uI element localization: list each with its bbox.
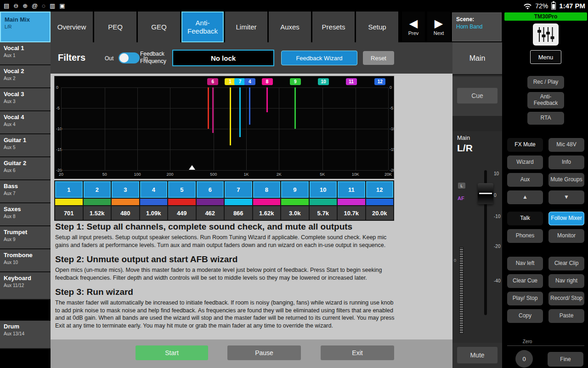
band-button-12[interactable]: 12: [366, 181, 394, 198]
paste-button[interactable]: Paste: [548, 309, 584, 323]
y-axis-label: -5: [390, 106, 393, 110]
tab-peq[interactable]: PEQ: [94, 12, 136, 42]
scene-box[interactable]: Scene: Horn Band: [452, 12, 502, 41]
band-flag-8[interactable]: 8: [262, 78, 273, 85]
band-button-7[interactable]: 7: [225, 181, 252, 198]
grid-line: [356, 87, 356, 170]
band-flag-11[interactable]: 11: [346, 78, 357, 85]
x-axis-label: 200: [164, 172, 175, 177]
channel-sub: Aux 4: [4, 122, 47, 127]
sidebar-item-vocal-2[interactable]: Vocal 2Aux 2: [0, 65, 51, 88]
sidebar-item-bass[interactable]: BassAux 7: [0, 180, 51, 203]
fader-knob[interactable]: [478, 183, 493, 204]
monitor-button[interactable]: Monitor: [548, 229, 584, 243]
step-1-title: Step 1: Setup all channels, complete sou…: [55, 222, 400, 232]
band-color-swatch-3: [112, 199, 139, 205]
down-arrow-button[interactable]: ▼: [548, 190, 584, 204]
band-button-4[interactable]: 4: [140, 181, 168, 198]
band-flag-12[interactable]: 12: [374, 78, 385, 85]
band-button-6[interactable]: 6: [197, 181, 224, 198]
channel-sub: Aux 13/14: [4, 331, 47, 336]
tab-overview[interactable]: Overview: [51, 12, 93, 42]
x-axis-label: 10K: [350, 172, 361, 177]
start-button[interactable]: Start: [136, 345, 208, 360]
clear-cue-button[interactable]: Clear Cue: [507, 274, 543, 288]
sidebar-item-keyboard[interactable]: KeyboardAux 11/12: [0, 272, 51, 300]
sidebar-item-vocal-3[interactable]: Vocal 3Aux 3: [0, 88, 51, 111]
sidebar-item-drum[interactable]: DrumAux 13/14: [0, 321, 51, 349]
band-button-1[interactable]: 1: [55, 181, 83, 198]
strip-name: Main: [457, 134, 470, 141]
follow-mixer-button[interactable]: Follow Mixer: [548, 212, 584, 225]
channel-name: Vocal 3: [4, 91, 47, 98]
grid-line: [61, 150, 388, 150]
feedback-wizard-button[interactable]: Feedback Wizard: [281, 51, 357, 65]
fx-mute-button[interactable]: FX Mute: [507, 138, 543, 152]
channel-name: Trumpet: [4, 229, 47, 236]
channel-sub: Aux 7: [4, 191, 47, 196]
tab-presets[interactable]: Presets: [312, 12, 355, 42]
band-flag-10[interactable]: 10: [318, 78, 329, 85]
grid-line: [214, 87, 214, 170]
tab-geq[interactable]: GEQ: [138, 12, 180, 42]
tab-limiter[interactable]: Limiter: [225, 12, 267, 42]
strip-divider: [452, 116, 502, 131]
record-stop-button[interactable]: Record/ Stop: [548, 292, 584, 305]
filters-in-out-toggle[interactable]: [119, 52, 140, 63]
rta-button[interactable]: RTA: [527, 112, 564, 125]
sidebar-item-vocal-4[interactable]: Vocal 4Aux 4: [0, 111, 51, 134]
feedback-frequency-label: Feedback Frequency: [140, 51, 172, 65]
band-flag-4[interactable]: 4: [244, 78, 255, 85]
talk-button[interactable]: Talk: [507, 212, 543, 225]
aux-button[interactable]: Aux: [507, 173, 543, 187]
play-stop-button[interactable]: Play/ Stop: [507, 292, 543, 305]
copy-button[interactable]: Copy: [507, 309, 543, 323]
nav-left-button[interactable]: Nav left: [507, 257, 543, 270]
band-button-11[interactable]: 11: [338, 181, 365, 198]
anti-feedback-button[interactable]: Anti-Feedback: [527, 92, 564, 109]
band-button-2[interactable]: 2: [84, 181, 111, 198]
sidebar-item-guitar-1[interactable]: Guitar 1Aux 5: [0, 134, 51, 157]
band-flag-9[interactable]: 9: [290, 78, 301, 85]
sidebar-item-trombone[interactable]: TromboneAux 10: [0, 249, 51, 272]
prev-button[interactable]: ◀ Prev: [402, 12, 425, 42]
nav-right-button[interactable]: Nav right: [548, 274, 584, 288]
sidebar-item-trumpet[interactable]: TrumpetAux 9: [0, 226, 51, 249]
mixer-faders-icon[interactable]: [533, 23, 559, 46]
sidebar-item-guitar-2[interactable]: Guitar 2Aux 6: [0, 157, 51, 180]
exit-button[interactable]: Exit: [321, 345, 394, 360]
band-button-8[interactable]: 8: [253, 181, 281, 198]
band-button-3[interactable]: 3: [112, 181, 139, 198]
mute-button[interactable]: Mute: [457, 347, 498, 363]
up-arrow-button[interactable]: ▲: [507, 190, 543, 204]
info-button[interactable]: Info: [548, 155, 584, 169]
reset-button[interactable]: Reset: [363, 51, 394, 65]
sidebar-item-main-mix[interactable]: Main MixL/R: [0, 12, 51, 42]
mic-48v-button[interactable]: Mic 48V: [548, 138, 584, 152]
band-button-5[interactable]: 5: [168, 181, 196, 198]
tab-anti-feedback[interactable]: Anti-Feedback: [181, 12, 224, 42]
menu-button[interactable]: Menu: [530, 50, 561, 64]
y-axis-label: -15: [390, 147, 396, 152]
zero-button[interactable]: 0: [515, 350, 533, 368]
tab-setup[interactable]: Setup: [356, 12, 398, 42]
rec-play-button[interactable]: Rec / Play: [527, 76, 564, 89]
band-flag-6[interactable]: 6: [207, 78, 218, 85]
next-button[interactable]: ▶ Next: [427, 12, 450, 42]
band-button-10[interactable]: 10: [310, 181, 337, 198]
clear-clip-button[interactable]: Clear Clip: [548, 257, 584, 270]
filters-title: Filters: [58, 52, 85, 63]
tab-auxes[interactable]: Auxes: [269, 12, 311, 42]
phones-button[interactable]: Phones: [507, 229, 543, 243]
pause-button[interactable]: Pause: [227, 345, 301, 360]
wizard-button[interactable]: Wizard: [507, 155, 543, 169]
sidebar-item-saxes[interactable]: SaxesAux 8: [0, 203, 51, 226]
channel-name: Trombone: [4, 252, 47, 259]
mute-groups-button[interactable]: Mute Groups: [548, 173, 584, 187]
band-button-9[interactable]: 9: [281, 181, 309, 198]
band-flag-7[interactable]: 7: [234, 78, 245, 85]
cue-button[interactable]: Cue: [457, 88, 498, 104]
fine-button[interactable]: Fine: [548, 352, 583, 367]
sidebar-item-vocal-1[interactable]: Vocal 1Aux 1: [0, 42, 51, 65]
band-frequency-2: 1.52k: [84, 206, 111, 220]
